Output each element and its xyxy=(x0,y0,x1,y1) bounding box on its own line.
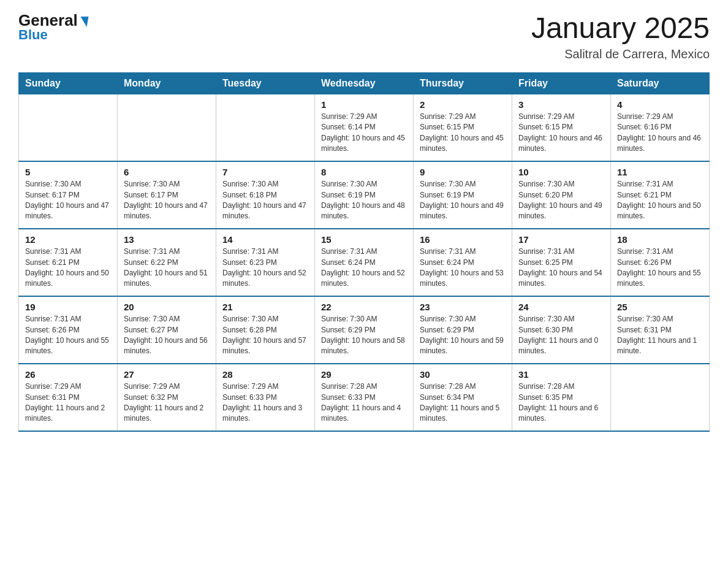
day-number: 18 xyxy=(617,234,703,245)
calendar-table: SundayMondayTuesdayWednesdayThursdayFrid… xyxy=(18,72,710,432)
day-cell: 6Sunrise: 7:30 AM Sunset: 6:17 PM Daylig… xyxy=(118,161,216,229)
day-cell: 10Sunrise: 7:30 AM Sunset: 6:20 PM Dayli… xyxy=(512,161,611,229)
day-cell xyxy=(611,364,710,431)
day-number: 29 xyxy=(321,369,407,380)
day-cell: 8Sunrise: 7:30 AM Sunset: 6:19 PM Daylig… xyxy=(315,161,414,229)
day-cell xyxy=(216,94,315,161)
day-info: Sunrise: 7:31 AM Sunset: 6:24 PM Dayligh… xyxy=(321,247,407,289)
day-cell: 4Sunrise: 7:29 AM Sunset: 6:16 PM Daylig… xyxy=(611,94,710,161)
day-number: 13 xyxy=(124,234,210,245)
header-cell-wednesday: Wednesday xyxy=(315,72,414,94)
day-cell: 2Sunrise: 7:29 AM Sunset: 6:15 PM Daylig… xyxy=(414,94,512,161)
day-info: Sunrise: 7:29 AM Sunset: 6:31 PM Dayligh… xyxy=(25,381,111,424)
week-row-4: 19Sunrise: 7:31 AM Sunset: 6:26 PM Dayli… xyxy=(19,296,710,364)
day-number: 16 xyxy=(420,234,506,245)
day-info: Sunrise: 7:31 AM Sunset: 6:24 PM Dayligh… xyxy=(420,247,506,289)
day-info: Sunrise: 7:29 AM Sunset: 6:15 PM Dayligh… xyxy=(420,112,506,155)
day-number: 27 xyxy=(124,369,210,380)
week-row-1: 1Sunrise: 7:29 AM Sunset: 6:14 PM Daylig… xyxy=(19,94,710,161)
day-info: Sunrise: 7:31 AM Sunset: 6:26 PM Dayligh… xyxy=(617,247,703,289)
day-info: Sunrise: 7:30 AM Sunset: 6:18 PM Dayligh… xyxy=(222,179,308,222)
day-number: 6 xyxy=(124,167,210,177)
day-cell: 18Sunrise: 7:31 AM Sunset: 6:26 PM Dayli… xyxy=(611,229,710,296)
day-cell: 19Sunrise: 7:31 AM Sunset: 6:26 PM Dayli… xyxy=(19,296,118,364)
day-number: 11 xyxy=(617,167,703,177)
day-cell: 13Sunrise: 7:31 AM Sunset: 6:22 PM Dayli… xyxy=(118,229,216,296)
day-cell: 14Sunrise: 7:31 AM Sunset: 6:23 PM Dayli… xyxy=(216,229,315,296)
day-number: 24 xyxy=(518,302,604,312)
day-cell: 30Sunrise: 7:28 AM Sunset: 6:34 PM Dayli… xyxy=(414,364,512,431)
day-info: Sunrise: 7:28 AM Sunset: 6:35 PM Dayligh… xyxy=(518,381,604,424)
day-info: Sunrise: 7:30 AM Sunset: 6:17 PM Dayligh… xyxy=(25,179,111,222)
week-row-3: 12Sunrise: 7:31 AM Sunset: 6:21 PM Dayli… xyxy=(19,229,710,296)
day-number: 28 xyxy=(222,369,308,380)
header-cell-sunday: Sunday xyxy=(19,72,118,94)
logo: General Blue xyxy=(18,12,88,43)
day-cell xyxy=(19,94,118,161)
header-row: SundayMondayTuesdayWednesdayThursdayFrid… xyxy=(19,72,710,94)
day-info: Sunrise: 7:29 AM Sunset: 6:15 PM Dayligh… xyxy=(518,112,604,155)
day-info: Sunrise: 7:29 AM Sunset: 6:14 PM Dayligh… xyxy=(321,112,407,155)
day-info: Sunrise: 7:30 AM Sunset: 6:19 PM Dayligh… xyxy=(420,179,506,222)
day-cell: 16Sunrise: 7:31 AM Sunset: 6:24 PM Dayli… xyxy=(414,229,512,296)
day-number: 19 xyxy=(25,302,111,312)
day-cell: 28Sunrise: 7:29 AM Sunset: 6:33 PM Dayli… xyxy=(216,364,315,431)
day-cell: 26Sunrise: 7:29 AM Sunset: 6:31 PM Dayli… xyxy=(19,364,118,431)
day-info: Sunrise: 7:31 AM Sunset: 6:23 PM Dayligh… xyxy=(222,247,308,289)
day-cell: 22Sunrise: 7:30 AM Sunset: 6:29 PM Dayli… xyxy=(315,296,414,364)
day-info: Sunrise: 7:31 AM Sunset: 6:25 PM Dayligh… xyxy=(518,247,604,289)
day-number: 26 xyxy=(25,369,111,380)
day-info: Sunrise: 7:30 AM Sunset: 6:30 PM Dayligh… xyxy=(518,314,604,357)
day-number: 25 xyxy=(617,302,703,312)
day-cell: 21Sunrise: 7:30 AM Sunset: 6:28 PM Dayli… xyxy=(216,296,315,364)
day-cell: 29Sunrise: 7:28 AM Sunset: 6:33 PM Dayli… xyxy=(315,364,414,431)
day-number: 31 xyxy=(518,369,604,380)
day-cell: 17Sunrise: 7:31 AM Sunset: 6:25 PM Dayli… xyxy=(512,229,611,296)
day-number: 15 xyxy=(321,234,407,245)
page-header: General Blue January 2025 Salitral de Ca… xyxy=(18,12,710,61)
day-number: 23 xyxy=(420,302,506,312)
day-info: Sunrise: 7:28 AM Sunset: 6:33 PM Dayligh… xyxy=(321,381,407,424)
day-number: 14 xyxy=(222,234,308,245)
day-cell: 24Sunrise: 7:30 AM Sunset: 6:30 PM Dayli… xyxy=(512,296,611,364)
logo-text-line2: Blue xyxy=(18,27,48,43)
day-number: 30 xyxy=(420,369,506,380)
header-cell-tuesday: Tuesday xyxy=(216,72,315,94)
day-number: 1 xyxy=(321,99,407,110)
day-number: 20 xyxy=(124,302,210,312)
day-info: Sunrise: 7:30 AM Sunset: 6:17 PM Dayligh… xyxy=(124,179,210,222)
day-info: Sunrise: 7:30 AM Sunset: 6:29 PM Dayligh… xyxy=(420,314,506,357)
location-subtitle: Salitral de Carrera, Mexico xyxy=(531,47,710,61)
day-number: 9 xyxy=(420,167,506,177)
day-cell: 15Sunrise: 7:31 AM Sunset: 6:24 PM Dayli… xyxy=(315,229,414,296)
day-info: Sunrise: 7:30 AM Sunset: 6:20 PM Dayligh… xyxy=(518,179,604,222)
day-cell: 9Sunrise: 7:30 AM Sunset: 6:19 PM Daylig… xyxy=(414,161,512,229)
day-cell: 20Sunrise: 7:30 AM Sunset: 6:27 PM Dayli… xyxy=(118,296,216,364)
logo-text-line1: General xyxy=(18,12,88,28)
day-info: Sunrise: 7:29 AM Sunset: 6:16 PM Dayligh… xyxy=(617,112,703,155)
day-cell: 11Sunrise: 7:31 AM Sunset: 6:21 PM Dayli… xyxy=(611,161,710,229)
day-info: Sunrise: 7:28 AM Sunset: 6:34 PM Dayligh… xyxy=(420,381,506,424)
day-cell: 23Sunrise: 7:30 AM Sunset: 6:29 PM Dayli… xyxy=(414,296,512,364)
day-number: 2 xyxy=(420,99,506,110)
day-info: Sunrise: 7:30 AM Sunset: 6:29 PM Dayligh… xyxy=(321,314,407,357)
day-number: 8 xyxy=(321,167,407,177)
week-row-2: 5Sunrise: 7:30 AM Sunset: 6:17 PM Daylig… xyxy=(19,161,710,229)
day-info: Sunrise: 7:29 AM Sunset: 6:32 PM Dayligh… xyxy=(124,381,210,424)
day-info: Sunrise: 7:30 AM Sunset: 6:27 PM Dayligh… xyxy=(124,314,210,357)
day-number: 17 xyxy=(518,234,604,245)
day-number: 10 xyxy=(518,167,604,177)
title-block: January 2025 Salitral de Carrera, Mexico xyxy=(531,12,710,61)
day-number: 22 xyxy=(321,302,407,312)
calendar-title: January 2025 xyxy=(531,12,710,45)
week-row-5: 26Sunrise: 7:29 AM Sunset: 6:31 PM Dayli… xyxy=(19,364,710,431)
day-number: 21 xyxy=(222,302,308,312)
day-info: Sunrise: 7:31 AM Sunset: 6:22 PM Dayligh… xyxy=(124,247,210,289)
day-cell: 31Sunrise: 7:28 AM Sunset: 6:35 PM Dayli… xyxy=(512,364,611,431)
day-info: Sunrise: 7:29 AM Sunset: 6:33 PM Dayligh… xyxy=(222,381,308,424)
day-info: Sunrise: 7:30 AM Sunset: 6:31 PM Dayligh… xyxy=(617,314,703,357)
calendar-header: SundayMondayTuesdayWednesdayThursdayFrid… xyxy=(19,72,710,94)
header-cell-friday: Friday xyxy=(512,72,611,94)
day-cell: 25Sunrise: 7:30 AM Sunset: 6:31 PM Dayli… xyxy=(611,296,710,364)
day-info: Sunrise: 7:30 AM Sunset: 6:28 PM Dayligh… xyxy=(222,314,308,357)
